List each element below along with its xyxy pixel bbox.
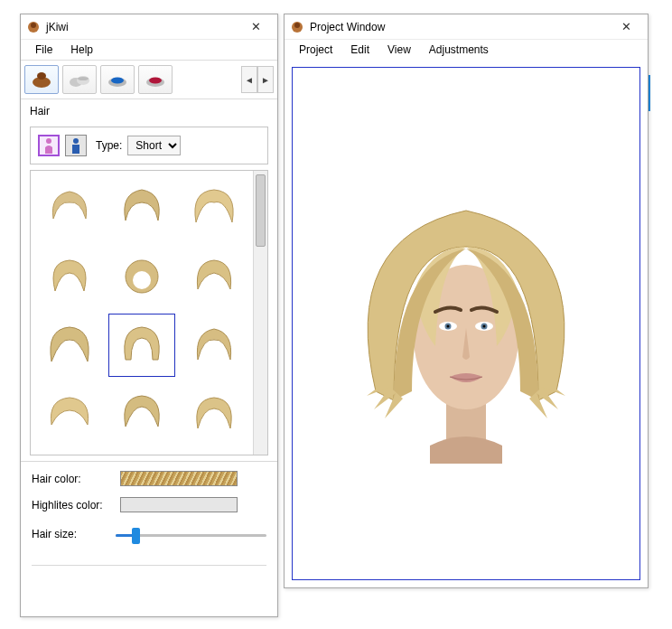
project-window: Project Window ✕ Project Edit View Adjus…	[284, 14, 649, 588]
separator	[32, 565, 266, 566]
hair-thumb[interactable]	[108, 245, 175, 308]
hair-thumb[interactable]	[108, 176, 175, 239]
hair-thumb[interactable]	[36, 382, 103, 446]
app-icon	[290, 20, 304, 34]
hair-color-row: Hair color:	[32, 471, 266, 486]
hair-thumb[interactable]	[181, 382, 247, 446]
window-title: Project Window	[310, 21, 610, 33]
hair-size-row: Hair size:	[32, 523, 266, 545]
svg-rect-13	[72, 145, 79, 154]
svg-point-1	[31, 23, 36, 28]
hair-thumb-selected[interactable]	[108, 314, 175, 377]
close-icon[interactable]: ✕	[610, 18, 642, 36]
hair-thumb[interactable]	[181, 314, 247, 377]
section-label: Hair	[21, 99, 277, 121]
category-face-button[interactable]	[62, 65, 97, 94]
toolbar-nav: ◄ ►	[241, 66, 274, 93]
hair-color-label: Hair color:	[32, 473, 120, 485]
menu-help[interactable]: Help	[61, 42, 102, 58]
svg-point-17	[294, 23, 300, 28]
hair-thumb[interactable]	[36, 176, 103, 239]
hair-thumb[interactable]	[181, 176, 247, 239]
hair-thumb[interactable]	[181, 245, 247, 308]
hair-color-swatch[interactable]	[120, 471, 238, 486]
gallery-scrollbar[interactable]	[253, 171, 267, 455]
svg-point-25	[483, 325, 486, 328]
svg-point-3	[37, 72, 46, 80]
titlebar[interactable]: jKiwi ✕	[21, 14, 277, 40]
hair-thumb[interactable]	[108, 382, 175, 446]
menu-file[interactable]: File	[26, 42, 61, 58]
toolbar-next-icon[interactable]: ►	[257, 66, 274, 93]
hair-controls: Type: Short	[30, 127, 268, 164]
svg-point-12	[73, 138, 79, 144]
category-hair-button[interactable]	[24, 65, 59, 94]
menubar: File Help	[21, 40, 277, 60]
hair-thumb[interactable]	[36, 314, 103, 377]
app-icon	[26, 20, 41, 34]
menu-edit[interactable]: Edit	[341, 42, 378, 58]
hair-properties: Hair color: Highlites color: Hair size:	[21, 461, 277, 569]
toolbar-prev-icon[interactable]: ◄	[241, 66, 257, 93]
hair-gallery-grid[interactable]	[31, 171, 253, 455]
gender-female-button[interactable]	[38, 135, 60, 156]
window-title: jKiwi	[46, 21, 239, 33]
menubar: Project Edit View Adjustments	[285, 40, 648, 60]
svg-point-11	[46, 138, 51, 144]
highlights-color-swatch[interactable]	[120, 497, 238, 512]
menu-project[interactable]: Project	[290, 42, 341, 58]
model-preview	[349, 183, 583, 464]
svg-point-22	[447, 325, 450, 328]
type-label: Type:	[96, 139, 122, 152]
hair-size-label: Hair size:	[32, 528, 116, 540]
tools-window: jKiwi ✕ File Help ◄ ► Hair Type:	[20, 14, 278, 617]
hair-gallery	[30, 170, 268, 455]
category-eyes-button[interactable]	[100, 65, 135, 94]
svg-point-8	[111, 78, 124, 84]
hair-thumb[interactable]	[36, 245, 103, 308]
svg-point-10	[149, 78, 162, 84]
svg-point-6	[78, 77, 89, 80]
highlights-color-label: Highlites color:	[32, 499, 120, 512]
category-lips-button[interactable]	[138, 65, 173, 94]
close-icon[interactable]: ✕	[239, 18, 272, 36]
highlights-color-row: Highlites color:	[32, 497, 266, 512]
hair-size-slider[interactable]	[116, 525, 266, 545]
menu-view[interactable]: View	[378, 42, 420, 58]
hair-type-select[interactable]: Short	[127, 136, 181, 155]
menu-adjustments[interactable]: Adjustments	[420, 42, 498, 58]
category-toolbar: ◄ ►	[21, 60, 277, 99]
project-canvas[interactable]	[292, 67, 640, 580]
gender-male-button[interactable]	[65, 135, 87, 156]
svg-point-15	[133, 271, 151, 289]
titlebar[interactable]: Project Window ✕	[285, 14, 648, 40]
